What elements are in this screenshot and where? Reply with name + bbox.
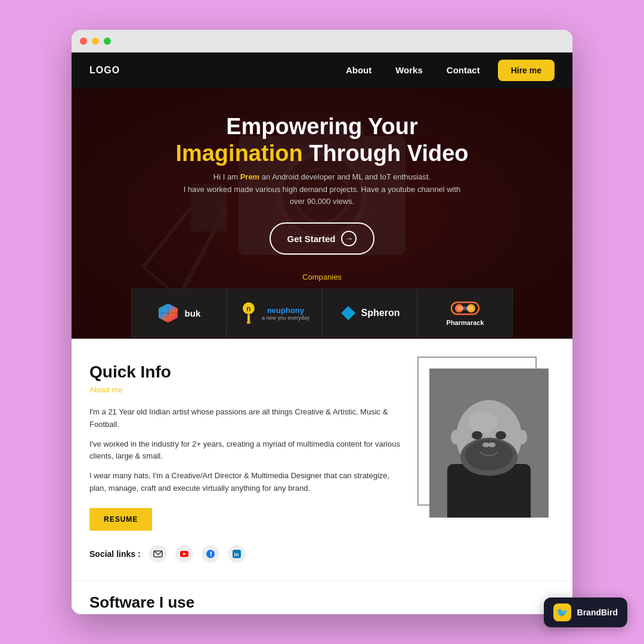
hero-title: Empowering Your Imagination Through Vide… — [175, 113, 468, 168]
navbar: LOGO About Works Contact Hire me — [72, 52, 572, 88]
quick-info-para-2: I've worked in the industry for 2+ years… — [89, 438, 405, 463]
companies-label: Companies — [302, 273, 342, 281]
portrait-container — [423, 363, 549, 518]
svg-point-33 — [468, 411, 498, 433]
spheron-logo: Spheron — [340, 305, 400, 321]
nav-link-about[interactable]: About — [346, 65, 371, 75]
dot-red[interactable] — [80, 38, 87, 45]
arrow-circle-icon: → — [341, 231, 357, 246]
pharmarack-logo-icon — [450, 300, 480, 317]
svg-point-36 — [472, 431, 482, 439]
nav-item-works[interactable]: Works — [395, 65, 423, 76]
hero-title-plain: Through Video — [309, 141, 468, 166]
quick-info-subtitle: About me — [89, 385, 405, 394]
pharmarack-name: Pharmarack — [447, 319, 484, 326]
neuphony-logo: n neuphony a new you everyday — [239, 302, 309, 324]
nav-logo: LOGO — [89, 65, 120, 76]
portrait-image — [429, 369, 549, 518]
companies-row: buk n neuphony a new you everyday — [131, 289, 513, 338]
hero-content: Empowering Your Imagination Through Vide… — [175, 113, 468, 273]
browser-window: LOGO About Works Contact Hire me — [72, 30, 572, 614]
neuphony-name: neuphony — [262, 306, 309, 315]
hero-title-highlight: Imagination — [175, 141, 302, 166]
browser-bar — [72, 30, 572, 52]
svg-point-38 — [451, 430, 460, 444]
nav-link-works[interactable]: Works — [395, 65, 423, 75]
svg-point-39 — [518, 430, 527, 444]
nav-links: About Works Contact — [346, 65, 480, 76]
neuphony-text: neuphony a new you everyday — [262, 306, 309, 321]
resume-button[interactable]: RESUME — [89, 508, 152, 531]
svg-text:n: n — [246, 305, 250, 313]
dot-yellow[interactable] — [92, 38, 99, 45]
hero-section: Empowering Your Imagination Through Vide… — [72, 88, 572, 339]
neuphony-logo-icon: n — [239, 302, 258, 324]
nav-link-contact[interactable]: Contact — [447, 65, 480, 75]
brandbird-badge[interactable]: 🐦 BrandBird — [544, 597, 627, 627]
quick-info-para-3: I wear many hats, I'm a Creative/Art Dir… — [89, 470, 405, 495]
spheron-name: Spheron — [361, 308, 400, 318]
quick-info-section: Quick Info About me I'm a 21 Year old In… — [72, 339, 572, 581]
brandbird-label: BrandBird — [577, 608, 618, 617]
social-links-label: Social links : — [89, 549, 141, 559]
company-card-neuphony[interactable]: n neuphony a new you everyday — [227, 289, 322, 338]
quick-info-para-1: I'm a 21 Year old Indian artist whose pa… — [89, 406, 405, 431]
site-content: LOGO About Works Contact Hire me — [72, 52, 572, 614]
get-started-label: Get Started — [287, 234, 336, 244]
software-section: Software I use Software Info — [72, 581, 572, 614]
svg-point-37 — [496, 431, 506, 439]
buk-logo-icon — [157, 302, 179, 324]
hero-name-highlight: Prem — [240, 172, 260, 181]
svg-point-41 — [488, 442, 496, 447]
company-card-pharmarack[interactable]: Pharmarack — [417, 289, 513, 338]
spheron-logo-icon — [340, 305, 357, 321]
quick-info-title: Quick Info — [89, 363, 405, 382]
svg-marker-16 — [341, 306, 355, 320]
svg-rect-20 — [457, 306, 473, 310]
youtube-icon[interactable] — [175, 545, 193, 563]
brandbird-icon: 🐦 — [553, 603, 571, 621]
hero-subtitle-line1: Hi I am — [213, 172, 240, 181]
svg-text:in: in — [234, 552, 239, 558]
hire-me-button[interactable]: Hire me — [498, 60, 555, 81]
linkedin-icon[interactable]: in — [228, 545, 246, 563]
facebook-icon[interactable]: f — [202, 545, 219, 563]
hero-subtitle: Hi I am Prem an Android developer and ML… — [179, 171, 465, 208]
hero-subtitle-line2: I have worked made various high demand p… — [184, 185, 461, 206]
company-card-spheron[interactable]: Spheron — [322, 289, 417, 338]
company-card-buk[interactable]: buk — [131, 289, 227, 338]
svg-point-15 — [247, 321, 250, 324]
dot-green[interactable] — [104, 38, 111, 45]
nav-item-contact[interactable]: Contact — [447, 65, 480, 76]
person-portrait-svg — [429, 369, 549, 518]
social-links-row: Social links : f in — [89, 545, 405, 563]
email-icon[interactable] — [149, 545, 167, 563]
software-title: Software I use — [89, 593, 555, 612]
nav-item-about[interactable]: About — [346, 65, 371, 76]
quick-info-left: Quick Info About me I'm a 21 Year old In… — [89, 363, 405, 563]
pharmarack-logo: Pharmarack — [447, 300, 484, 326]
neuphony-tagline: a new you everyday — [262, 315, 309, 321]
buk-company-name: buk — [185, 308, 201, 318]
get-started-button[interactable]: Get Started → — [270, 222, 375, 255]
hero-title-line1: Empowering Your — [226, 114, 418, 139]
hero-subtitle-rest: an Android developer and ML and IoT enth… — [259, 172, 431, 181]
